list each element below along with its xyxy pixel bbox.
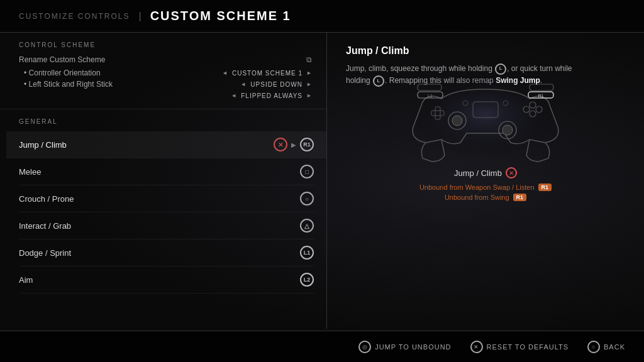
jump-to-unbound-label: Jump to Unbound <box>375 343 451 351</box>
unbound1-r1: R1 <box>538 184 552 191</box>
unbound1-text: Unbound from Weapon Swap / Listen <box>419 184 535 191</box>
stick-row: ◄ Flipped Always ► <box>19 91 314 100</box>
interact-triangle-btn: △ <box>300 219 314 233</box>
dodge-l1-btn: L1 <box>300 246 314 260</box>
unbound2-row: Unbound from Swing R1 <box>419 194 552 201</box>
orientation-label: • Controller Orientation <box>24 69 221 77</box>
binding-main: Jump / Climb ✕ <box>419 167 552 178</box>
interact-right: △ <box>300 219 314 233</box>
back-action[interactable]: ○ Back <box>587 341 625 353</box>
jump-to-unbound-action[interactable]: ◎ Jump to Unbound <box>358 341 451 353</box>
orientation-next-btn[interactable]: ► <box>305 80 314 89</box>
rename-row: Rename Custom Scheme ⧉ <box>19 55 314 65</box>
orientation-row: • Left Stick and Right Stick ◄ Upside Do… <box>19 80 314 89</box>
stick-value: ◄ Flipped Always ► <box>230 91 314 100</box>
menu-item-melee[interactable]: Melee □ <box>19 158 314 185</box>
svg-text:L1: L1 <box>428 94 433 98</box>
svg-text:R1: R1 <box>538 94 544 98</box>
jump-right: ✕ ▶ R1 <box>274 138 314 151</box>
svg-point-0 <box>410 70 561 158</box>
reset-btn-icon: ✕ <box>470 341 483 353</box>
header-subtitle: Customize Controls <box>19 12 130 21</box>
general-section: General Jump / Climb ✕ ▶ R1 Melee □ Crou… <box>0 109 326 293</box>
aim-right: L2 <box>300 273 314 287</box>
menu-item-crouch[interactable]: Crouch / Prone ○ <box>19 185 314 212</box>
header-title: Custom Scheme 1 <box>150 9 291 23</box>
binding-title: Jump / Climb <box>454 168 502 178</box>
general-label: General <box>19 116 314 128</box>
scheme-next-btn[interactable]: ► <box>305 69 314 77</box>
stick-next-btn[interactable]: ► <box>305 91 314 100</box>
stick-text: Flipped Always <box>241 92 303 99</box>
melee-right: □ <box>300 165 314 178</box>
orientation-prev-btn[interactable]: ◄ <box>239 80 248 89</box>
crouch-circle-btn: ○ <box>300 192 314 206</box>
aim-label: Aim <box>19 275 33 285</box>
menu-item-dodge[interactable]: Dodge / Sprint L1 <box>19 239 314 266</box>
control-scheme-label: Control Scheme <box>19 41 314 48</box>
jump-btn-icon: ◎ <box>358 341 371 353</box>
menu-item-jump[interactable]: Jump / Climb ✕ ▶ R1 <box>6 131 326 158</box>
aim-l2-btn: L2 <box>300 273 314 287</box>
unbound2-text: Unbound from Swing <box>445 194 509 201</box>
jump-r1-btn: R1 <box>300 138 314 151</box>
crouch-right: ○ <box>300 192 314 206</box>
back-btn-icon: ○ <box>587 341 600 353</box>
unbound2-r1: R1 <box>513 194 527 201</box>
binding-info: Jump / Climb ✕ Unbound from Weapon Swap … <box>419 167 552 204</box>
back-label: Back <box>604 343 625 351</box>
rename-label: Rename Custom Scheme <box>19 55 105 64</box>
svg-point-10 <box>502 125 513 135</box>
scheme-prev-btn[interactable]: ◄ <box>221 69 230 77</box>
menu-item-interact[interactable]: Interact / Grab △ <box>19 212 314 239</box>
dodge-right: L1 <box>300 246 314 260</box>
left-panel: Control Scheme Rename Custom Scheme ⧉ • … <box>0 33 327 329</box>
controller-diagram: R1 L1 <box>391 64 580 165</box>
bottom-bar: ◎ Jump to Unbound ✕ Reset to Defaults ○ … <box>0 331 644 362</box>
right-panel: Jump / Climb Jump, climb, squeeze throug… <box>327 33 644 329</box>
crouch-label: Crouch / Prone <box>19 194 74 204</box>
scheme-name-text: Custom Scheme 1 <box>232 70 303 77</box>
unbound1-row: Unbound from Weapon Swap / Listen R1 <box>419 184 552 191</box>
jump-label: Jump / Climb <box>19 140 67 150</box>
melee-square-btn: □ <box>300 165 314 178</box>
orientation-text: Upside Down <box>250 81 303 88</box>
stick-label: • Left Stick and Right Stick <box>24 80 239 89</box>
scheme-name-value: ◄ Custom Scheme 1 ► <box>221 69 314 77</box>
scheme-name-row: • Controller Orientation ◄ Custom Scheme… <box>19 69 314 77</box>
controller-area: R1 L1 Jump / Climb ✕ Unbound from Weapon… <box>327 64 644 204</box>
control-scheme-section: Control Scheme Rename Custom Scheme ⧉ • … <box>0 33 326 109</box>
main-content: Control Scheme Rename Custom Scheme ⧉ • … <box>0 33 644 329</box>
menu-item-aim[interactable]: Aim L2 <box>19 266 314 293</box>
reset-defaults-action[interactable]: ✕ Reset to Defaults <box>470 341 569 353</box>
header: Customize Controls | Custom Scheme 1 <box>0 0 644 33</box>
dodge-label: Dodge / Sprint <box>19 248 71 258</box>
header-divider: | <box>138 11 141 22</box>
interact-label: Interact / Grab <box>19 221 71 231</box>
melee-label: Melee <box>19 167 41 177</box>
svg-point-6 <box>452 116 462 126</box>
info-title: Jump / Climb <box>346 45 625 57</box>
stick-prev-btn[interactable]: ◄ <box>230 91 238 100</box>
jump-arrow: ▶ <box>291 141 296 148</box>
jump-x-btn: ✕ <box>274 138 287 151</box>
binding-x-btn[interactable]: ✕ <box>506 167 517 178</box>
copy-icon[interactable]: ⧉ <box>304 55 314 65</box>
orientation-value: ◄ Upside Down ► <box>239 80 314 89</box>
reset-defaults-label: Reset to Defaults <box>487 343 569 351</box>
